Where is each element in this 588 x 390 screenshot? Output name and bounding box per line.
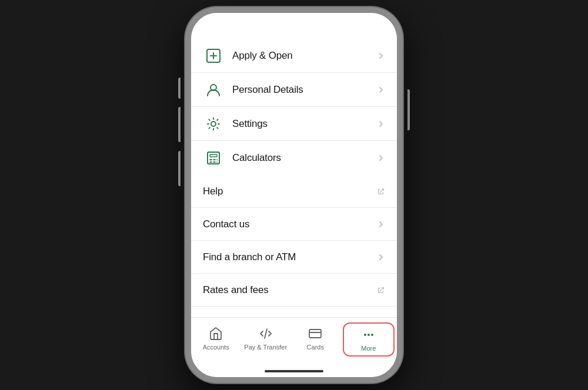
menu-section: Apply & Open Personal D: [191, 39, 397, 317]
calculators-icon: [203, 147, 224, 169]
menu-item-terms[interactable]: Terms and conditions: [191, 307, 397, 317]
rates-fees-external-icon: [377, 286, 385, 294]
contact-us-chevron: [377, 220, 385, 228]
personal-details-icon: [203, 79, 224, 100]
menu-item-help[interactable]: Help: [191, 175, 397, 208]
menu-item-find-branch[interactable]: Find a branch or ATM: [191, 241, 397, 274]
help-label: Help: [203, 186, 377, 197]
pay-transfer-icon: [258, 326, 273, 341]
svg-point-17: [371, 334, 373, 336]
find-branch-label: Find a branch or ATM: [203, 251, 377, 263]
status-bar: [191, 13, 397, 39]
cards-icon: [308, 326, 323, 341]
mute-button: [178, 78, 181, 99]
svg-point-4: [211, 122, 216, 126]
apply-open-icon: [203, 45, 224, 66]
menu-item-calculators[interactable]: Calculators: [191, 141, 397, 175]
section-group-2: Help Contact us: [191, 175, 397, 317]
volume-up-button: [178, 107, 181, 142]
svg-point-15: [364, 334, 366, 336]
calculators-label: Calculators: [232, 152, 377, 164]
home-bar: [265, 370, 323, 372]
nav-item-pay-transfer[interactable]: Pay & Transfer: [241, 322, 291, 354]
nav-item-accounts[interactable]: Accounts: [191, 322, 241, 354]
help-external-icon: [377, 187, 385, 196]
svg-rect-13: [309, 330, 321, 338]
apply-open-label: Apply & Open: [232, 50, 377, 62]
bottom-nav: Accounts Pay & Transfer: [191, 317, 397, 365]
power-button: [407, 89, 410, 130]
menu-item-contact-us[interactable]: Contact us: [191, 208, 397, 241]
accounts-home-icon: [208, 326, 223, 341]
apply-open-chevron: [377, 52, 385, 60]
phone-frame: Apply & Open Personal D: [185, 7, 403, 383]
home-indicator: [191, 365, 397, 377]
find-branch-chevron: [377, 253, 385, 261]
cards-nav-label: Cards: [307, 344, 324, 351]
more-dots-icon: [361, 327, 376, 342]
menu-item-apply-open[interactable]: Apply & Open: [191, 39, 397, 73]
settings-icon: [203, 113, 224, 135]
settings-chevron: [377, 120, 385, 128]
settings-label: Settings: [232, 118, 377, 130]
rates-fees-label: Rates and fees: [203, 284, 377, 296]
accounts-nav-label: Accounts: [203, 344, 229, 351]
menu-item-settings[interactable]: Settings: [191, 107, 397, 141]
section-group-1: Apply & Open Personal D: [191, 39, 397, 175]
svg-point-16: [368, 334, 370, 336]
nav-item-cards[interactable]: Cards: [290, 322, 340, 354]
svg-rect-6: [210, 154, 217, 157]
phone-mockup: Apply & Open Personal D: [185, 7, 403, 383]
phone-screen: Apply & Open Personal D: [191, 13, 397, 377]
more-nav-label: More: [361, 345, 376, 352]
calculators-chevron: [377, 154, 385, 162]
volume-down-button: [178, 151, 181, 186]
menu-item-rates-fees[interactable]: Rates and fees: [191, 274, 397, 307]
personal-details-label: Personal Details: [232, 84, 377, 96]
menu-item-personal-details[interactable]: Personal Details: [191, 73, 397, 107]
pay-transfer-nav-label: Pay & Transfer: [244, 344, 287, 351]
personal-details-chevron: [377, 86, 385, 94]
contact-us-label: Contact us: [203, 218, 377, 230]
nav-item-more[interactable]: More: [343, 322, 395, 357]
